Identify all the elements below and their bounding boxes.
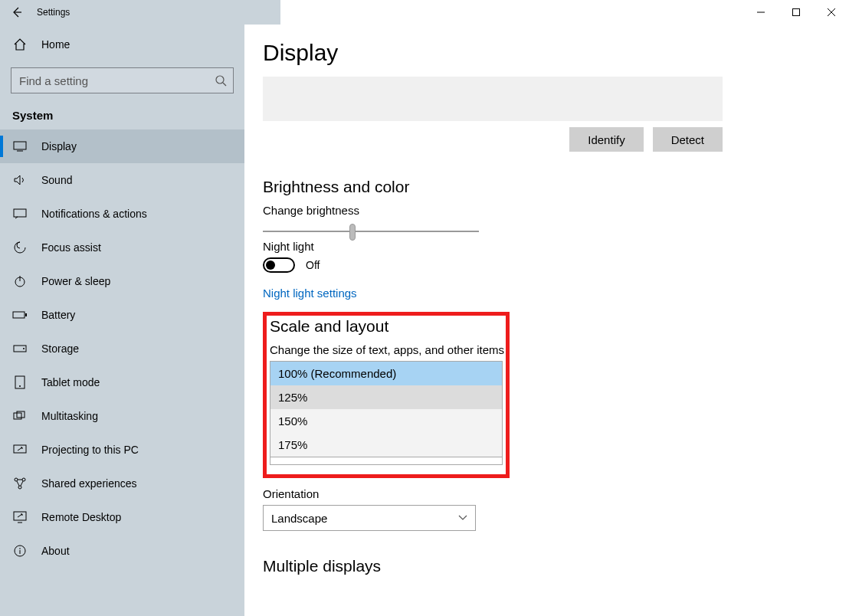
svg-rect-3 — [14, 209, 26, 217]
search-icon — [215, 74, 227, 87]
back-arrow-icon — [11, 6, 23, 18]
brightness-heading: Brightness and color — [263, 178, 849, 196]
sound-icon — [12, 172, 28, 188]
display-icon — [12, 139, 28, 154]
sidebar-item-shared-experiences[interactable]: Shared experiences — [0, 467, 244, 500]
back-button[interactable] — [0, 0, 34, 25]
scale-option-150[interactable]: 150% — [270, 409, 502, 433]
maximize-icon — [792, 8, 801, 17]
brightness-slider[interactable] — [263, 231, 479, 232]
sidebar-item-focus-assist[interactable]: Focus assist — [0, 231, 244, 264]
svg-rect-0 — [793, 9, 800, 16]
power-icon — [12, 274, 28, 289]
sidebar-item-label: Remote Desktop — [41, 511, 121, 523]
sidebar-item-battery[interactable]: Battery — [0, 298, 244, 332]
close-icon — [827, 8, 836, 17]
sidebar-item-label: About — [41, 545, 70, 557]
sidebar-item-label: Projecting to this PC — [41, 444, 139, 456]
scale-option-175[interactable]: 175% — [270, 433, 502, 457]
sidebar-item-label: Display — [41, 140, 77, 152]
sidebar-item-remote-desktop[interactable]: Remote Desktop — [0, 500, 244, 534]
nightlight-settings-link[interactable]: Night light settings — [263, 287, 357, 300]
scale-option-100[interactable]: 100% (Recommended) — [270, 362, 502, 385]
sidebar-item-notifications[interactable]: Notifications & actions — [0, 197, 244, 231]
search-input-container[interactable] — [11, 67, 234, 93]
svg-point-10 — [19, 385, 21, 387]
sidebar-item-display[interactable]: Display — [0, 129, 244, 163]
orientation-value: Landscape — [271, 512, 327, 525]
brightness-label: Change brightness — [263, 204, 849, 217]
multitasking-icon — [12, 408, 28, 424]
detect-button[interactable]: Detect — [653, 127, 723, 152]
brightness-slider-thumb[interactable] — [349, 224, 356, 241]
sidebar-item-label: Focus assist — [41, 241, 101, 254]
svg-rect-12 — [17, 411, 25, 418]
sidebar-item-label: Battery — [41, 309, 75, 321]
sidebar-item-about[interactable]: About — [0, 534, 244, 568]
svg-point-14 — [15, 478, 18, 481]
orientation-label: Orientation — [263, 487, 849, 500]
about-icon — [12, 543, 28, 559]
sidebar-item-label: Tablet mode — [41, 376, 100, 388]
sidebar-item-label: Shared experiences — [41, 477, 137, 490]
tablet-icon — [12, 375, 28, 390]
scale-option-125[interactable]: 125% — [270, 385, 502, 409]
maximize-button[interactable] — [779, 0, 814, 25]
toggle-knob — [266, 260, 275, 270]
focus-assist-icon — [12, 240, 28, 255]
sidebar-item-label: Multitasking — [41, 410, 98, 422]
sidebar-item-storage[interactable]: Storage — [0, 332, 244, 365]
scale-dropdown-footer — [270, 457, 503, 465]
titlebar: Settings — [0, 0, 849, 25]
projecting-icon — [12, 442, 28, 457]
page-title: Display — [263, 40, 849, 66]
shared-icon — [12, 476, 28, 491]
multiple-displays-heading: Multiple displays — [263, 557, 849, 575]
sidebar-item-power-sleep[interactable]: Power & sleep — [0, 264, 244, 298]
scale-heading: Scale and layout — [270, 317, 506, 336]
home-icon — [12, 37, 28, 52]
battery-icon — [12, 307, 28, 323]
sidebar-item-label: Power & sleep — [41, 275, 110, 287]
minimize-icon — [756, 8, 765, 17]
sidebar-section-label: System — [0, 104, 244, 129]
scale-dropdown-open[interactable]: 100% (Recommended) 125% 150% 175% — [270, 361, 503, 457]
remote-desktop-icon — [12, 510, 28, 525]
sidebar-item-sound[interactable]: Sound — [0, 163, 244, 197]
nightlight-state: Off — [306, 259, 320, 271]
sidebar-item-label: Sound — [41, 174, 72, 186]
orientation-dropdown[interactable]: Landscape — [263, 505, 476, 531]
svg-rect-6 — [25, 313, 27, 316]
display-arrangement-area[interactable] — [263, 77, 723, 121]
close-button[interactable] — [814, 0, 849, 25]
notifications-icon — [12, 206, 28, 221]
svg-point-16 — [18, 486, 21, 489]
sidebar-item-tablet-mode[interactable]: Tablet mode — [0, 365, 244, 399]
svg-rect-5 — [13, 312, 25, 318]
sidebar-item-multitasking[interactable]: Multitasking — [0, 399, 244, 433]
sidebar-home-label: Home — [41, 38, 70, 51]
sidebar-home[interactable]: Home — [0, 28, 244, 61]
identify-button[interactable]: Identify — [569, 127, 643, 152]
storage-icon — [12, 341, 28, 356]
sidebar: Home System Display Sound Notifications … — [0, 25, 244, 616]
main-content: Display Identify Detect Brightness and c… — [244, 25, 849, 616]
sidebar-item-label: Storage — [41, 342, 79, 355]
svg-rect-2 — [14, 142, 26, 149]
svg-point-8 — [23, 348, 25, 349]
svg-point-19 — [19, 548, 21, 549]
window-title: Settings — [34, 7, 70, 18]
scale-layout-highlight: Scale and layout Change the size of text… — [263, 312, 510, 478]
svg-point-1 — [216, 76, 224, 84]
svg-point-15 — [22, 478, 25, 481]
minimize-button[interactable] — [743, 0, 779, 25]
nightlight-label: Night light — [263, 240, 849, 253]
scale-label: Change the size of text, apps, and other… — [270, 343, 506, 356]
svg-rect-11 — [14, 413, 21, 419]
sidebar-item-label: Notifications & actions — [41, 208, 147, 220]
chevron-down-icon — [458, 515, 467, 521]
sidebar-item-projecting[interactable]: Projecting to this PC — [0, 433, 244, 467]
search-input[interactable] — [18, 74, 215, 88]
nightlight-toggle[interactable] — [263, 257, 295, 273]
